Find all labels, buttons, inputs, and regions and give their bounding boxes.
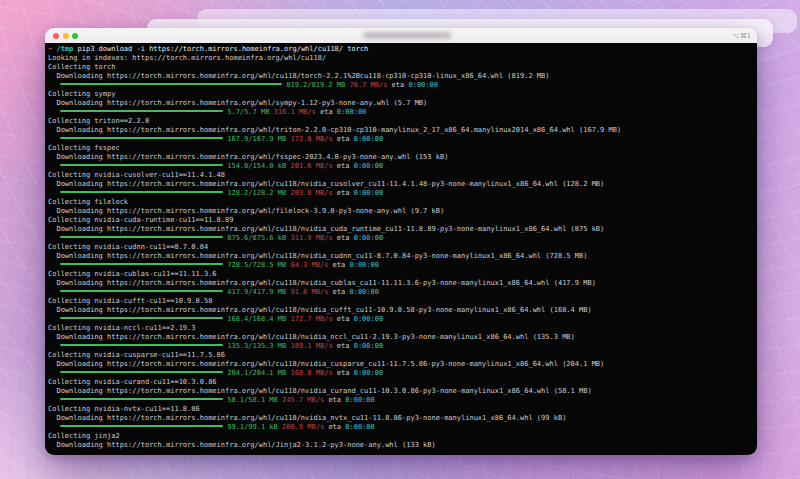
tab-shortcut-label: ⌥⌘1 [732, 32, 751, 40]
terminal-line: Collecting filelock [48, 198, 757, 207]
progress-bar [60, 137, 223, 139]
traffic-lights [53, 33, 78, 39]
terminal-line: Collecting torch [48, 63, 757, 72]
terminal-line: 875.6/875.6 kB 311.9 MB/s eta 0:00:00 [48, 234, 757, 243]
terminal-line: Collecting triton==2.2.0 [48, 117, 757, 126]
terminal-line: Collecting jinja2 [48, 432, 757, 441]
terminal-line: Downloading https://torch.mirrors.homein… [48, 72, 757, 81]
terminal-line: 99.1/99.1 kB 200.9 MB/s eta 0:00:00 [48, 423, 757, 432]
progress-bar [60, 263, 223, 265]
progress-bar [60, 344, 223, 346]
terminal-line: Downloading https://torch.mirrors.homein… [48, 279, 757, 288]
terminal-line: 135.3/135.3 MB 189.1 MB/s eta 0:00:00 [48, 342, 757, 351]
terminal-line: 204.1/204.1 MB 168.0 MB/s eta 0:00:00 [48, 369, 757, 378]
terminal-line: Downloading https://torch.mirrors.homein… [48, 441, 757, 450]
zoom-button[interactable] [72, 33, 78, 39]
terminal-line: Collecting nvidia-cusparse-cu11==11.7.5.… [48, 351, 757, 360]
terminal-line: 168.4/168.4 MB 172.7 MB/s eta 0:00:00 [48, 315, 757, 324]
terminal-line: ➜ /tmp pip3 download -i https://torch.mi… [48, 45, 757, 54]
close-button[interactable] [53, 33, 59, 39]
terminal-line: 128.2/128.2 MB 203.8 MB/s eta 0:00:00 [48, 189, 757, 198]
progress-bar [60, 236, 223, 238]
terminal-line: 58.1/58.1 MB 245.7 MB/s eta 0:00:00 [48, 396, 757, 405]
terminal-line: Downloading https://torch.mirrors.homein… [48, 333, 757, 342]
terminal-line: Downloading https://torch.mirrors.homein… [48, 414, 757, 423]
terminal-output[interactable]: ➜ /tmp pip3 download -i https://torch.mi… [45, 43, 757, 455]
terminal-line: Collecting nvidia-cusolver-cu11==11.4.1.… [48, 171, 757, 180]
terminal-line: Downloading https://torch.mirrors.homein… [48, 207, 757, 216]
terminal-line: Collecting nvidia-cudnn-cu11==8.7.0.84 [48, 243, 757, 252]
terminal-line: Downloading https://torch.mirrors.homein… [48, 360, 757, 369]
progress-bar [60, 317, 223, 319]
progress-bar [60, 110, 223, 112]
terminal-line: Collecting fsspec [48, 144, 757, 153]
progress-bar [60, 83, 282, 85]
progress-bar [60, 290, 223, 292]
terminal-line: 5.7/5.7 MB 316.1 MB/s eta 0:00:00 [48, 108, 757, 117]
window-title-redacted [363, 32, 451, 39]
terminal-line: Downloading https://torch.mirrors.homein… [48, 126, 757, 135]
terminal-line: Collecting nvidia-cuda-runtime-cu11==11.… [48, 216, 757, 225]
progress-bar [60, 425, 223, 427]
terminal-line: Downloading https://torch.mirrors.homein… [48, 180, 757, 189]
minimize-button[interactable] [63, 33, 69, 39]
title-bar[interactable]: ⌥⌘1 [45, 28, 757, 43]
terminal-line: Downloading https://torch.mirrors.homein… [48, 225, 757, 234]
terminal-line: 417.9/417.9 MB 91.6 MB/s eta 0:00:00 [48, 288, 757, 297]
terminal-line: Downloading https://torch.mirrors.homein… [48, 387, 757, 396]
terminal-line: 167.9/167.9 MB 172.8 MB/s eta 0:00:00 [48, 135, 757, 144]
terminal-line: Looking in indexes: https://torch.mirror… [48, 54, 757, 63]
terminal-line: Collecting sympy [48, 90, 757, 99]
terminal-line: Downloading https://torch.mirrors.homein… [48, 153, 757, 162]
terminal-line: Downloading https://torch.mirrors.homein… [48, 99, 757, 108]
progress-bar [60, 398, 223, 400]
progress-bar [60, 164, 223, 166]
terminal-line: Collecting nvidia-cublas-cu11==11.11.3.6 [48, 270, 757, 279]
terminal-window[interactable]: ⌥⌘1 ➜ /tmp pip3 download -i https://torc… [45, 28, 757, 455]
terminal-line: Downloading https://torch.mirrors.homein… [48, 252, 757, 261]
terminal-line: 154.0/154.0 kB 201.6 MB/s eta 0:00:00 [48, 162, 757, 171]
terminal-line: Collecting nvidia-nvtx-cu11==11.8.86 [48, 405, 757, 414]
progress-bar [60, 371, 223, 373]
terminal-line: Collecting nvidia-nccl-cu11==2.19.3 [48, 324, 757, 333]
terminal-line: Collecting nvidia-cufft-cu11==10.9.0.58 [48, 297, 757, 306]
terminal-line: Downloading https://torch.mirrors.homein… [48, 306, 757, 315]
terminal-line: Collecting nvidia-curand-cu11==10.3.0.86 [48, 378, 757, 387]
terminal-line: 728.5/728.5 MB 84.3 MB/s eta 0:00:00 [48, 261, 757, 270]
terminal-line: 819.2/819.2 MB 76.7 MB/s eta 0:00:00 [48, 81, 757, 90]
progress-bar [60, 191, 223, 193]
